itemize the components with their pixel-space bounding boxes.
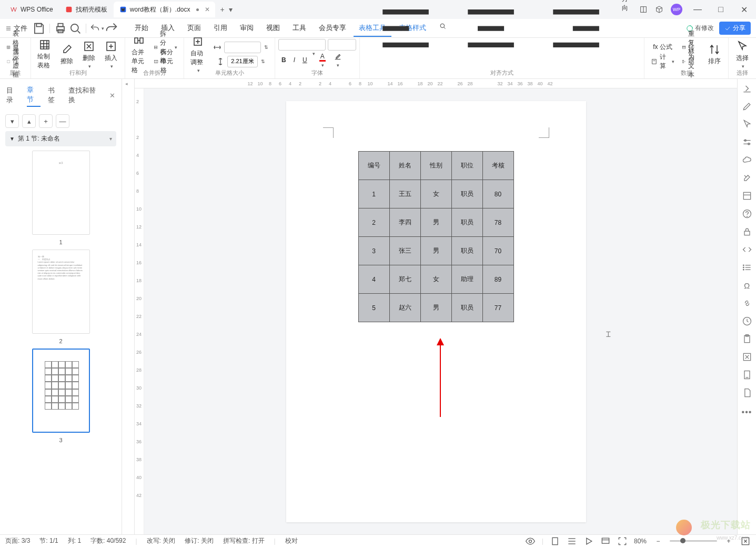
table-cell[interactable]: 女 xyxy=(420,265,451,294)
to-text-button[interactable]: 转为文本 xyxy=(679,55,703,68)
table-row[interactable]: 2李四男职员78 xyxy=(358,208,513,237)
sidebar-tab-toc[interactable]: 目录 xyxy=(6,86,19,106)
table-cell[interactable]: 职员 xyxy=(451,208,482,237)
width-input[interactable] xyxy=(224,42,261,53)
bold-button[interactable]: B xyxy=(278,51,289,69)
table-cell[interactable]: 70 xyxy=(482,237,513,265)
edit-icon[interactable] xyxy=(742,101,752,112)
clipboard-icon[interactable] xyxy=(742,334,752,344)
minimize-button[interactable]: — xyxy=(690,2,705,17)
new-tab-button[interactable]: + xyxy=(220,5,225,14)
select-button[interactable]: 选择▾ xyxy=(732,39,753,69)
status-words[interactable]: 字数: 40/592 xyxy=(90,536,126,545)
table-cell[interactable]: 78 xyxy=(482,208,513,237)
tab-close-button[interactable]: ✕ xyxy=(205,6,210,13)
status-proof[interactable]: 校对 xyxy=(285,536,298,545)
tab-tools[interactable]: 工具 xyxy=(287,20,311,37)
tab-vip[interactable]: 会员专享 xyxy=(314,20,351,37)
table-cell[interactable]: 4 xyxy=(358,265,389,294)
cloud-icon[interactable] xyxy=(742,155,752,165)
nav-up-button[interactable]: ▴ xyxy=(22,114,36,128)
table-cell[interactable]: 王五 xyxy=(389,180,420,208)
tab-view[interactable]: 视图 xyxy=(261,20,285,37)
sidebar-tab-chapters[interactable]: 章节 xyxy=(27,85,40,107)
tab-reference[interactable]: 引用 xyxy=(208,20,233,37)
table-cell[interactable]: 5 xyxy=(358,294,389,322)
status-column[interactable]: 列: 1 xyxy=(68,536,81,545)
settings-icon[interactable] xyxy=(742,137,752,147)
status-section[interactable]: 节: 1/1 xyxy=(39,536,58,545)
document-table[interactable]: 编号姓名性别职位考核1王五女职员802李四男职员783张三男职员704郑七女助理… xyxy=(358,151,514,322)
table-row[interactable]: 1王五女职员80 xyxy=(358,180,513,208)
split-cells-button[interactable]: 拆分单元格 xyxy=(150,55,180,68)
table-cell[interactable]: 职员 xyxy=(451,237,482,265)
view-web-icon[interactable] xyxy=(600,536,611,546)
status-revision[interactable]: 修订: 关闭 xyxy=(185,536,214,545)
sidebar-tab-find[interactable]: 查找和替换 xyxy=(68,86,102,106)
calc-button[interactable]: 计算▾ xyxy=(648,55,678,68)
table-cell[interactable]: 职员 xyxy=(451,180,482,208)
collapse-rail-icon[interactable] xyxy=(742,83,752,94)
height-input[interactable] xyxy=(227,56,258,67)
delete-button[interactable]: 删除▾ xyxy=(78,39,99,69)
section-header[interactable]: ▼ 第 1 节: 未命名 ▾ xyxy=(5,131,116,146)
focus-icon[interactable] xyxy=(617,536,628,546)
share-button[interactable]: 分享 xyxy=(719,22,751,35)
maximize-button[interactable]: □ xyxy=(713,2,729,17)
table-cell[interactable]: 张三 xyxy=(389,237,420,265)
eye-icon[interactable] xyxy=(525,536,536,546)
table-header-cell[interactable]: 考核 xyxy=(482,152,513,180)
font-family-select[interactable] xyxy=(278,39,326,51)
page-icon[interactable] xyxy=(742,370,752,380)
zoom-out-button[interactable]: − xyxy=(653,536,663,546)
table-cell[interactable]: 助理 xyxy=(451,265,482,294)
tab-dropdown-button[interactable]: ▾ xyxy=(229,5,233,14)
doc-icon[interactable] xyxy=(742,387,752,398)
font-color-button[interactable]: A▾ xyxy=(316,51,329,69)
table-cell[interactable]: 男 xyxy=(420,208,451,237)
history-icon[interactable] xyxy=(742,316,752,326)
show-gridlines-button[interactable]: 显示虚框 xyxy=(3,55,27,68)
table-row[interactable]: 5赵六男职员77 xyxy=(358,294,513,322)
sort-button[interactable]: 排序 xyxy=(704,39,725,69)
table-cell[interactable]: 3 xyxy=(358,237,389,265)
nav-down-button[interactable]: ▾ xyxy=(5,114,19,128)
status-spell[interactable]: 拼写检查: 打开 xyxy=(223,536,265,545)
table-cell[interactable]: 男 xyxy=(420,294,451,322)
table-cell[interactable]: 女 xyxy=(420,180,451,208)
thumb-page-1[interactable]: 目录 xyxy=(32,151,90,235)
close-window-button[interactable]: ✕ xyxy=(736,2,752,17)
ruler-toggle-icon[interactable]: ◂ xyxy=(125,81,128,86)
user-avatar[interactable]: WP xyxy=(671,4,682,15)
tab-page[interactable]: 页面 xyxy=(182,20,206,37)
table-row[interactable]: 4郑七女助理89 xyxy=(358,265,513,294)
thumb-page-3[interactable] xyxy=(32,349,90,433)
document-canvas[interactable]: 1210864224681014161820222628323436384042… xyxy=(135,79,737,534)
align-bl-button[interactable] xyxy=(363,0,448,69)
zoom-in-button[interactable]: + xyxy=(723,536,734,546)
tool-icon[interactable] xyxy=(742,173,752,183)
select-icon[interactable] xyxy=(742,119,752,130)
eraser-button[interactable]: 擦除 xyxy=(56,39,77,69)
table-cell[interactable]: 80 xyxy=(482,180,513,208)
table-header-cell[interactable]: 性别 xyxy=(420,152,451,180)
underline-button[interactable]: U xyxy=(299,51,310,69)
save-icon[interactable] xyxy=(32,21,46,36)
cube-icon[interactable] xyxy=(655,5,663,14)
status-page[interactable]: 页面: 3/3 xyxy=(5,536,30,545)
sidebar-tab-bookmarks[interactable]: 书签 xyxy=(48,86,61,106)
help-icon[interactable] xyxy=(742,208,752,219)
table-cell[interactable]: 男 xyxy=(420,237,451,265)
font-size-select[interactable] xyxy=(328,39,356,51)
lock-icon[interactable] xyxy=(742,226,752,237)
document-tab[interactable]: W word教程（新）.docx ✕ xyxy=(114,2,215,17)
close-rail-icon[interactable] xyxy=(742,352,752,362)
template-tab[interactable]: 找稻壳模板 xyxy=(59,2,113,17)
link-icon[interactable] xyxy=(742,298,752,309)
fit-icon[interactable] xyxy=(740,536,751,546)
view-page-icon[interactable] xyxy=(550,536,560,546)
more-icon[interactable]: ••• xyxy=(742,407,752,417)
insert-button[interactable]: 插入▾ xyxy=(100,39,122,69)
align-br-button[interactable] xyxy=(533,0,619,69)
zoom-value[interactable]: 80% xyxy=(634,538,647,545)
